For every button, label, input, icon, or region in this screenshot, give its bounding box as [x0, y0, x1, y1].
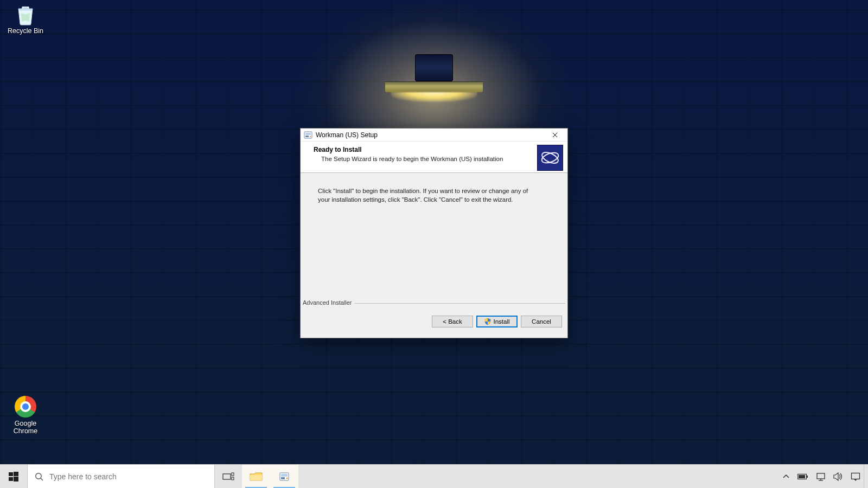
task-view-icon — [222, 472, 234, 481]
branding-separator: Advanced Installer — [303, 303, 565, 311]
search-icon — [34, 472, 44, 481]
desktop-icon-label: Recycle Bin — [1, 27, 50, 35]
svg-rect-23 — [817, 473, 825, 479]
tray-volume[interactable] — [833, 472, 843, 481]
desktop-icon-label: Google — [1, 420, 50, 427]
back-button-label: < Back — [443, 318, 462, 325]
tray-battery[interactable] — [797, 473, 808, 480]
installer-icon — [279, 471, 290, 482]
svg-rect-17 — [281, 474, 288, 477]
titlebar[interactable]: Workman (US) Setup — [301, 129, 567, 142]
back-button[interactable]: < Back — [432, 316, 473, 328]
start-button[interactable] — [0, 465, 27, 488]
taskbar-app-file-explorer[interactable] — [242, 465, 270, 488]
branding-label: Advanced Installer — [303, 299, 355, 306]
svg-rect-7 — [14, 472, 18, 476]
wizard-body: Click "Install" to begin the installatio… — [301, 173, 567, 303]
tray-network[interactable] — [816, 472, 826, 481]
cancel-button[interactable]: Cancel — [521, 316, 562, 328]
wallpaper-lamp — [385, 54, 483, 102]
system-tray — [777, 465, 864, 488]
svg-rect-18 — [281, 477, 285, 479]
cancel-button-label: Cancel — [532, 318, 551, 325]
svg-rect-9 — [14, 477, 18, 481]
svg-line-11 — [41, 478, 43, 480]
product-logo — [537, 145, 563, 171]
installer-window: Workman (US) Setup Ready to Install The … — [300, 128, 568, 338]
window-title: Workman (US) Setup — [316, 131, 542, 139]
notification-icon — [851, 472, 860, 481]
taskbar-search[interactable]: Type here to search — [27, 465, 215, 488]
taskbar-apps — [242, 465, 298, 488]
battery-icon — [797, 473, 808, 480]
desktop-icon-label: Chrome — [1, 427, 50, 435]
svg-rect-14 — [232, 477, 234, 480]
wizard-header: Ready to Install The Setup Wizard is rea… — [301, 142, 567, 173]
file-explorer-icon — [250, 471, 263, 482]
chrome-icon — [11, 395, 40, 419]
search-placeholder: Type here to search — [49, 472, 117, 481]
svg-rect-22 — [799, 475, 805, 478]
taskbar: Type here to search — [0, 464, 868, 488]
svg-rect-12 — [223, 474, 231, 479]
svg-point-10 — [36, 473, 41, 478]
svg-point-19 — [286, 477, 288, 479]
network-icon — [816, 472, 826, 481]
svg-rect-15 — [250, 475, 262, 480]
svg-point-3 — [310, 136, 311, 137]
wizard-body-text: Click "Install" to begin the installatio… — [318, 187, 540, 204]
svg-rect-8 — [9, 477, 13, 481]
desktop-icon-recycle-bin[interactable]: Recycle Bin — [1, 2, 50, 35]
install-button[interactable]: Install — [476, 316, 518, 328]
desktop: Typi l.com Recycle Bin Google Chrome — [0, 0, 868, 488]
svg-point-5 — [540, 150, 560, 165]
svg-rect-13 — [232, 473, 234, 476]
svg-rect-1 — [305, 133, 311, 135]
svg-rect-21 — [807, 476, 808, 478]
windows-logo-icon — [9, 472, 18, 481]
close-button[interactable] — [542, 129, 567, 142]
install-button-label: Install — [493, 318, 509, 325]
svg-rect-2 — [305, 136, 309, 137]
desktop-icon-chrome[interactable]: Google Chrome — [1, 395, 50, 435]
svg-rect-26 — [852, 473, 860, 479]
close-icon — [552, 132, 558, 138]
show-desktop-button[interactable] — [864, 465, 868, 488]
speaker-icon — [833, 472, 843, 481]
wizard-heading: Ready to Install — [314, 146, 559, 153]
wizard-footer: < Back Install Cancel — [301, 311, 567, 332]
task-view-button[interactable] — [215, 465, 242, 488]
tray-action-center[interactable] — [851, 472, 860, 481]
recycle-bin-icon — [11, 2, 40, 26]
installer-app-icon — [304, 131, 312, 139]
wizard-subheading: The Setup Wizard is ready to begin the W… — [321, 156, 559, 162]
tray-overflow-button[interactable] — [782, 473, 790, 480]
svg-rect-6 — [9, 472, 13, 476]
uac-shield-icon — [484, 318, 492, 325]
chevron-up-icon — [782, 473, 790, 480]
taskbar-app-installer[interactable] — [270, 465, 298, 488]
